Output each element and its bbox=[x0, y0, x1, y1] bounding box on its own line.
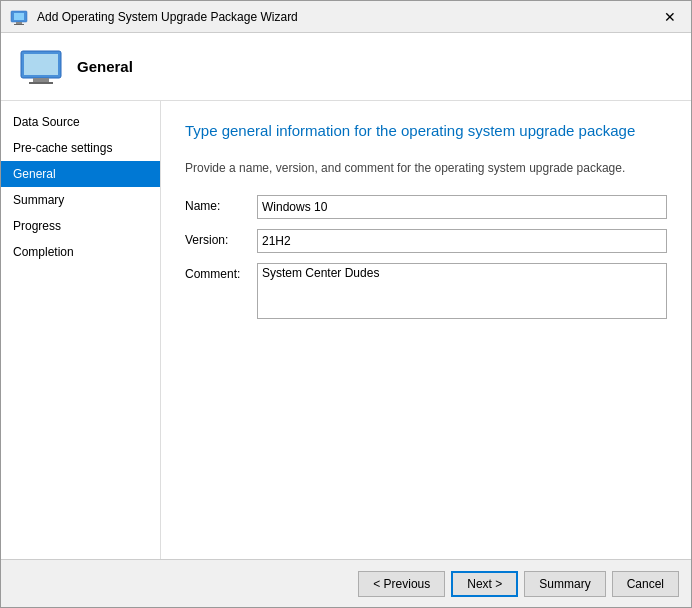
version-label: Version: bbox=[185, 229, 257, 247]
main-subtext: Provide a name, version, and comment for… bbox=[185, 161, 667, 175]
comment-field-group: Comment: bbox=[185, 263, 667, 319]
name-input[interactable] bbox=[257, 195, 667, 219]
svg-rect-1 bbox=[14, 13, 24, 20]
title-bar-text: Add Operating System Upgrade Package Wiz… bbox=[37, 10, 657, 24]
wizard-footer: < Previous Next > Summary Cancel bbox=[1, 559, 691, 607]
close-button[interactable]: ✕ bbox=[657, 7, 683, 27]
main-panel: Type general information for the operati… bbox=[161, 101, 691, 559]
name-label: Name: bbox=[185, 195, 257, 213]
title-bar-icon bbox=[9, 7, 29, 27]
wizard-header: General bbox=[1, 33, 691, 101]
sidebar-item-data-source[interactable]: Data Source bbox=[1, 109, 160, 135]
summary-button[interactable]: Summary bbox=[524, 571, 605, 597]
version-field-group: Version: bbox=[185, 229, 667, 253]
comment-textarea[interactable] bbox=[257, 263, 667, 319]
sidebar-item-general[interactable]: General bbox=[1, 161, 160, 187]
wizard-window: Add Operating System Upgrade Package Wiz… bbox=[0, 0, 692, 608]
cancel-button[interactable]: Cancel bbox=[612, 571, 679, 597]
sidebar-item-summary[interactable]: Summary bbox=[1, 187, 160, 213]
wizard-content: Data Source Pre-cache settings General S… bbox=[1, 101, 691, 559]
sidebar-item-completion[interactable]: Completion bbox=[1, 239, 160, 265]
svg-rect-6 bbox=[33, 78, 49, 82]
svg-rect-5 bbox=[24, 54, 58, 75]
svg-rect-7 bbox=[29, 82, 53, 84]
comment-label: Comment: bbox=[185, 263, 257, 281]
svg-rect-2 bbox=[16, 22, 22, 24]
header-title: General bbox=[77, 58, 133, 75]
sidebar: Data Source Pre-cache settings General S… bbox=[1, 101, 161, 559]
svg-rect-3 bbox=[14, 24, 24, 25]
sidebar-item-pre-cache-settings[interactable]: Pre-cache settings bbox=[1, 135, 160, 161]
name-field-group: Name: bbox=[185, 195, 667, 219]
previous-button[interactable]: < Previous bbox=[358, 571, 445, 597]
title-bar: Add Operating System Upgrade Package Wiz… bbox=[1, 1, 691, 33]
next-button[interactable]: Next > bbox=[451, 571, 518, 597]
sidebar-item-progress[interactable]: Progress bbox=[1, 213, 160, 239]
main-heading: Type general information for the operati… bbox=[185, 121, 667, 141]
version-input[interactable] bbox=[257, 229, 667, 253]
wizard-icon bbox=[17, 43, 65, 91]
